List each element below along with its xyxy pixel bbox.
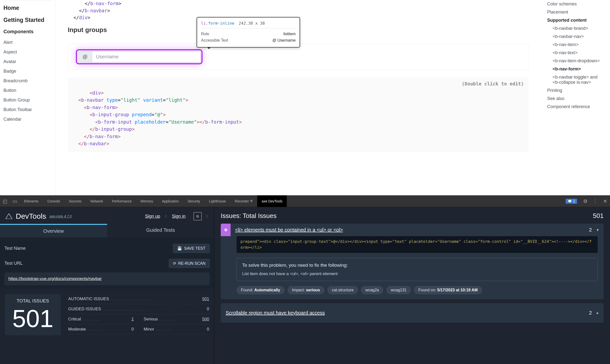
tooltip-dimensions: 242.38 x 38	[239, 21, 265, 26]
tooltip-role-value: listitem	[283, 32, 296, 36]
toc-item[interactable]: Color schemes	[547, 0, 605, 8]
critical-count[interactable]: 1	[131, 317, 134, 322]
nav-getting-started[interactable]: Getting Started	[3, 17, 52, 23]
serious-label: Serious	[144, 317, 158, 322]
components-heading: Components	[3, 29, 52, 34]
axe-kebab-icon[interactable]: ⋮	[205, 214, 209, 218]
toc-item[interactable]: <b-nav-text>	[547, 49, 605, 57]
tab-application[interactable]: Application	[157, 195, 183, 207]
issue-2: Scrollable region must have keyboard acc…	[221, 303, 604, 323]
issue-title-link[interactable]: Scrollable region must have keyboard acc…	[226, 307, 584, 319]
sidebar-item-alert[interactable]: Alert	[3, 40, 52, 45]
docs-sidebar-left: Home Getting Started Components AlertAsp…	[0, 0, 55, 195]
devtools-panel: ◰ ▭ ElementsConsoleSourcesNetworkPerform…	[0, 195, 610, 364]
toc-item[interactable]: <b-navbar-brand>	[547, 24, 605, 33]
code-edit-hint: (Double click to edit)	[462, 80, 524, 87]
signin-link[interactable]: Sign in	[172, 214, 186, 219]
subtab-overview[interactable]: Overview	[0, 224, 107, 237]
automatic-issues-count[interactable]: 501	[202, 297, 209, 301]
critical-label: Critical	[68, 317, 81, 322]
pill-wcag131: wcag131	[386, 286, 411, 294]
tab-lighthouse[interactable]: Lighthouse	[204, 195, 230, 207]
inspect-icon[interactable]: ◰	[0, 198, 10, 204]
toc-item[interactable]: See also	[547, 95, 605, 103]
flask-icon: ⚗	[250, 199, 253, 203]
total-issues-card: TOTAL ISSUES 501	[5, 294, 61, 335]
fix-detail: List item does not have a <ul>, <ol> par…	[242, 271, 592, 276]
issue-drag-handle[interactable]: ✥	[221, 224, 231, 236]
toc-item[interactable]: <b-navbar-toggle> and <b-collapse is-nav…	[547, 73, 605, 86]
issues-heading: Issues: Total Issues	[221, 212, 276, 220]
device-toggle-icon[interactable]: ▭	[10, 198, 20, 204]
nav-home[interactable]: Home	[3, 5, 52, 11]
tooltip-a11y-label: Accessible Text	[201, 38, 228, 43]
test-name-label: Test Name	[4, 246, 26, 251]
toc-item[interactable]: <b-navbar-nav>	[547, 33, 605, 41]
devtools-tabs: ◰ ▭ ElementsConsoleSourcesNetworkPerform…	[0, 195, 610, 207]
issue-title-link[interactable]: <li> elements must be contained in a <ul…	[231, 224, 584, 236]
sidebar-item-breadcrumb[interactable]: Breadcrumb	[3, 78, 52, 83]
pill-wcag2a: wcag2a	[361, 286, 383, 294]
tab-axe-devtools[interactable]: axe DevTools	[257, 195, 287, 207]
toc-item[interactable]: <b-nav-item-dropdown>	[547, 57, 605, 65]
tab-performance[interactable]: Performance	[107, 195, 136, 207]
issues-breakdown: AUTOMATIC ISSUES........................…	[68, 294, 209, 335]
chevron-right-icon[interactable]: ▸	[597, 311, 604, 315]
minor-count: 0	[207, 327, 209, 332]
axe-version-link[interactable]: axe-core 4.7.0	[50, 214, 72, 218]
guided-issues-label: GUIDED ISSUES	[68, 307, 101, 312]
test-url-value[interactable]: https://bootstrap-vue.org/docs/component…	[8, 276, 102, 281]
moderate-label: Moderate	[68, 327, 86, 332]
issues-badge[interactable]: 💬1	[566, 199, 577, 204]
toc-item[interactable]: <b-nav-form>	[547, 65, 605, 73]
toc-item[interactable]: Printing	[547, 86, 605, 95]
save-test-button[interactable]: 💾SAVE TEST	[173, 244, 210, 253]
serious-count[interactable]: 500	[202, 317, 209, 322]
refresh-icon: ⟳	[173, 261, 176, 266]
rerun-scan-button[interactable]: ⟳RE-RUN SCAN	[169, 259, 210, 268]
tab-memory[interactable]: Memory	[136, 195, 158, 207]
gear-icon[interactable]: ⚙	[580, 198, 590, 204]
total-issues-label: TOTAL ISSUES	[12, 298, 53, 304]
copy-icon[interactable]: ⧉	[193, 212, 202, 220]
issue-count: 2	[584, 310, 597, 316]
toc-item[interactable]: Placement	[547, 8, 605, 16]
sidebar-item-button-group[interactable]: Button Group	[3, 98, 52, 103]
tooltip-element: li	[201, 21, 206, 26]
kebab-menu-icon[interactable]: ⋮	[590, 198, 600, 204]
minor-label: Minor	[144, 327, 154, 332]
toc-item[interactable]: <b-nav-item>	[547, 41, 605, 49]
tab-elements[interactable]: Elements	[20, 195, 43, 207]
save-icon: 💾	[177, 246, 182, 251]
badge-count: 1	[573, 199, 575, 203]
username-input[interactable]	[92, 51, 201, 62]
signup-link[interactable]: Sign up	[145, 214, 160, 219]
tab-sources[interactable]: Sources	[65, 195, 86, 207]
username-input-group: @	[78, 51, 201, 62]
pill-impact: Impact: serious	[288, 286, 324, 294]
tooltip-role-label: Role	[201, 32, 209, 36]
tab-recorder[interactable]: Recorder⚗	[230, 195, 257, 207]
tab-security[interactable]: Security	[183, 195, 205, 207]
issue-1: ✥ <li> elements must be contained in a <…	[221, 224, 604, 299]
axe-logo-icon	[5, 214, 12, 219]
sidebar-item-aspect[interactable]: Aspect	[3, 50, 52, 55]
sidebar-item-badge[interactable]: Badge	[3, 69, 52, 74]
sidebar-item-avatar[interactable]: Avatar	[3, 59, 52, 64]
toc-item[interactable]: Supported content	[547, 16, 605, 24]
sidebar-item-button[interactable]: Button	[3, 88, 52, 93]
close-icon[interactable]: ✕	[600, 198, 610, 204]
guided-issues-count: 0	[207, 307, 209, 312]
moderate-count: 0	[131, 327, 134, 332]
sidebar-item-button-toolbar[interactable]: Button Toolbar	[3, 107, 52, 112]
automatic-issues-label: AUTOMATIC ISSUES	[68, 297, 109, 301]
code-example[interactable]: (Double click to edit)<div> <b-navbar ty…	[68, 77, 529, 152]
toc-item[interactable]: Component reference	[547, 103, 605, 111]
tab-console[interactable]: Console	[43, 195, 64, 207]
sidebar-item-calendar[interactable]: Calendar	[3, 117, 52, 122]
subtab-guided[interactable]: Guided Tests	[107, 224, 214, 237]
sidebar-divider	[3, 0, 52, 0]
chevron-down-icon[interactable]: ▾	[597, 228, 604, 232]
tab-network[interactable]: Network	[86, 195, 107, 207]
input-prepend-at: @	[78, 51, 92, 62]
